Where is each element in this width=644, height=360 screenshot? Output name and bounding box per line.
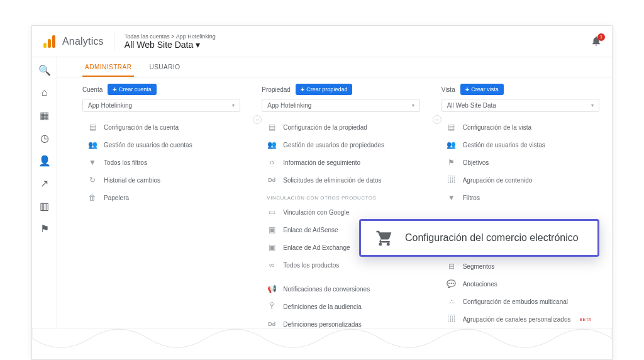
shopping-cart-icon (374, 228, 395, 247)
home-icon[interactable]: ⌂ (37, 85, 52, 100)
view-user-mgmt[interactable]: 👥Gestión de usuarios de vistas (441, 136, 599, 154)
users-icon: 👥 (87, 140, 97, 150)
view-settings[interactable]: ▤Configuración de la vista (441, 118, 599, 136)
account-trash[interactable]: 🗑Papelera (82, 189, 240, 206)
realtime-icon[interactable]: ◷ (37, 130, 52, 145)
remarketing[interactable]: 📢Notificaciones de conversiones (262, 280, 419, 298)
mcf-settings[interactable]: ⛬Configuración de embudos multicanal (441, 293, 599, 310)
column-handle-icon[interactable]: ↔ (253, 115, 262, 124)
segments[interactable]: ⊟Segmentos (441, 257, 599, 275)
notification-badge: 1 (597, 33, 605, 41)
conversions-icon[interactable]: ⚑ (37, 221, 52, 236)
dd-icon: Dd (267, 319, 277, 328)
plus-icon: + (113, 86, 116, 93)
account-settings[interactable]: ▤Configuración de la cuenta (82, 118, 240, 136)
filter-icon: ▼ (447, 193, 457, 203)
filter-icon: ▼ (87, 157, 97, 167)
account-filters[interactable]: ▼Todos los filtros (82, 154, 240, 171)
users-icon: 👥 (447, 140, 457, 150)
settings-card-icon: ▤ (87, 122, 97, 132)
logo: Analytics (42, 34, 104, 49)
adsense-icon: ▣ (267, 225, 277, 235)
ecommerce-settings-highlight[interactable]: Configuración del comercio electrónico (359, 219, 599, 257)
audience-icon[interactable]: 👤 (37, 153, 52, 168)
segments-icon: ⊟ (447, 261, 457, 271)
google-ads-icon: ▭ (267, 207, 277, 217)
view-label: Vista (441, 86, 455, 93)
annotations[interactable]: 💬Anotaciones (441, 275, 599, 293)
users-icon: 👥 (267, 140, 277, 150)
breadcrumb: Todas las cuentas > App Hotelinking (125, 33, 216, 40)
tabs: ADMINISTRAR USUARIO (57, 57, 612, 77)
custom-defs[interactable]: DdDefiniciones personalizadas (262, 315, 419, 328)
property-user-mgmt[interactable]: 👥Gestión de usuarios de propiedades (262, 136, 419, 154)
google-linking[interactable]: ▭Vinculación con Google (262, 203, 419, 221)
settings-card-icon: ▤ (267, 122, 277, 132)
property-column: Propiedad +Crear propiedad App Hotelinki… (262, 84, 432, 328)
product-name: Analytics (62, 36, 104, 47)
top-bar: Analytics Todas las cuentas > App Hoteli… (32, 26, 612, 57)
breadcrumb-wrap[interactable]: Todas las cuentas > App Hotelinking All … (114, 33, 216, 50)
search-icon[interactable]: 🔍 (37, 62, 52, 77)
property-deletion[interactable]: DdSolicitudes de eliminación de datos (262, 171, 419, 189)
caret-down-icon: ▾ (232, 103, 235, 108)
goals[interactable]: ⚑Objetivos (441, 154, 599, 171)
property-label: Propiedad (262, 86, 291, 93)
product-linking-section: VINCULACIÓN CON OTROS PRODUCTOS (262, 189, 419, 203)
acquisition-icon[interactable]: ↗ (37, 176, 52, 191)
create-property-button[interactable]: +Crear propiedad (296, 84, 352, 95)
code-icon: ‹› (267, 157, 277, 167)
callout-text: Configuración del comercio electrónico (405, 232, 579, 244)
account-history[interactable]: ↻Historial de cambios (82, 171, 240, 189)
plus-icon: + (301, 86, 304, 93)
account-label: Cuenta (82, 86, 103, 93)
plus-icon: + (465, 86, 469, 93)
goal-flag-icon: ⚑ (447, 157, 457, 167)
content-grouping[interactable]: ⿲Agrupación de contenido (441, 171, 599, 189)
left-nav: 🔍 ⌂ ▦ ◷ 👤 ↗ ▥ ⚑ (32, 57, 57, 328)
property-tracking[interactable]: ‹›Información de seguimiento (262, 154, 419, 171)
adexchange-icon: ▣ (267, 242, 277, 252)
channel-grouping[interactable]: ⿲Agrupación de canales personalizadosBET… (441, 310, 599, 328)
channels-icon: ⿲ (447, 314, 457, 324)
analytics-logo-icon (42, 34, 57, 49)
caret-down-icon: ▾ (412, 103, 414, 108)
audience-icon: Ÿ (267, 301, 277, 312)
history-icon: ↻ (87, 175, 97, 185)
tab-admin[interactable]: ADMINISTRAR (82, 59, 134, 77)
dashboard-icon[interactable]: ▦ (37, 108, 52, 123)
view-selector[interactable]: All Web Site Data ▾ (125, 40, 216, 50)
account-column: Cuenta +Crear cuenta App Hotelinking▾ ▤C… (82, 84, 253, 328)
tab-user[interactable]: USUARIO (147, 59, 182, 77)
create-account-button[interactable]: +Crear cuenta (108, 84, 156, 95)
view-column: Vista +Crear vista All Web Site Data▾ ▤C… (441, 84, 612, 328)
account-picker[interactable]: App Hotelinking▾ (82, 99, 240, 112)
dd-icon: Dd (267, 175, 277, 185)
caret-down-icon: ▾ (591, 103, 594, 108)
behavior-icon[interactable]: ▥ (37, 198, 52, 213)
view-picker[interactable]: All Web Site Data▾ (441, 99, 599, 112)
account-user-mgmt[interactable]: 👥Gestión de usuarios de cuentas (82, 136, 240, 154)
decorative-wave (32, 328, 612, 359)
caret-down-icon: ▾ (196, 40, 200, 50)
megaphone-icon: 📢 (267, 284, 277, 294)
ecommerce-callout: Configuración del comercio electrónico (359, 219, 599, 257)
notifications-button[interactable]: 1 (591, 35, 602, 48)
all-products[interactable]: ∞Todos los productos (262, 256, 419, 274)
property-picker[interactable]: App Hotelinking▾ (262, 99, 419, 112)
column-handle-icon[interactable]: ↔ (433, 115, 441, 124)
audience-defs[interactable]: ŸDefiniciones de la audiencia (262, 298, 419, 315)
infinity-icon: ∞ (267, 260, 277, 270)
create-view-button[interactable]: +Crear vista (460, 84, 504, 95)
grouping-icon: ⿲ (447, 175, 457, 185)
settings-card-icon: ▤ (447, 122, 457, 132)
view-filters[interactable]: ▼Filtros (441, 189, 599, 206)
property-settings[interactable]: ▤Configuración de la propiedad (262, 118, 419, 136)
trash-icon: 🗑 (87, 193, 97, 203)
annotations-icon: 💬 (447, 279, 457, 289)
funnel-icon: ⛬ (447, 296, 457, 307)
